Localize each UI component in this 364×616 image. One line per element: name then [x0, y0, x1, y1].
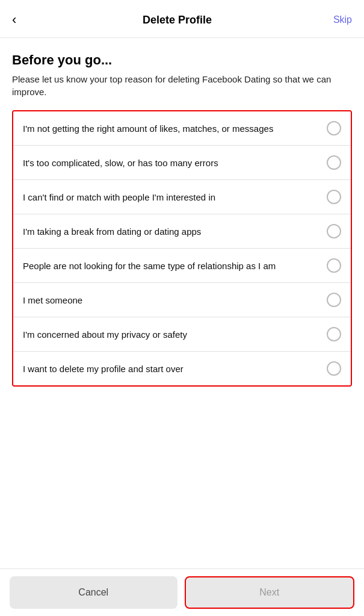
skip-button[interactable]: Skip — [333, 14, 352, 25]
option-text-6: I met someone — [23, 294, 327, 306]
header: ‹ Delete Profile Skip — [0, 0, 364, 38]
footer: Cancel Next — [0, 568, 364, 616]
option-text-7: I'm concerned about my privacy or safety — [23, 328, 327, 341]
option-text-1: I'm not getting the right amount of like… — [23, 122, 327, 135]
radio-circle-1[interactable] — [327, 121, 341, 135]
page-title: Delete Profile — [143, 14, 212, 26]
radio-circle-5[interactable] — [327, 258, 341, 273]
option-item-3[interactable]: I can't find or match with people I'm in… — [13, 180, 351, 214]
option-text-3: I can't find or match with people I'm in… — [23, 191, 327, 204]
cancel-button[interactable]: Cancel — [10, 576, 177, 609]
option-text-2: It's too complicated, slow, or has too m… — [23, 157, 327, 169]
option-item-2[interactable]: It's too complicated, slow, or has too m… — [13, 146, 351, 180]
radio-circle-3[interactable] — [327, 190, 341, 204]
before-heading: Before you go... — [12, 52, 352, 68]
back-button[interactable]: ‹ — [12, 10, 21, 30]
option-item-1[interactable]: I'm not getting the right amount of like… — [13, 111, 351, 146]
next-button[interactable]: Next — [185, 576, 355, 609]
option-item-4[interactable]: I'm taking a break from dating or dating… — [13, 214, 351, 249]
option-text-5: People are not looking for the same type… — [23, 260, 327, 272]
option-item-8[interactable]: I want to delete my profile and start ov… — [13, 352, 351, 385]
main-content: Before you go... Please let us know your… — [0, 38, 364, 387]
radio-circle-2[interactable] — [327, 155, 341, 170]
options-list: I'm not getting the right amount of like… — [12, 110, 352, 387]
radio-circle-8[interactable] — [327, 361, 341, 376]
option-item-5[interactable]: People are not looking for the same type… — [13, 249, 351, 283]
radio-circle-6[interactable] — [327, 293, 341, 307]
option-item-7[interactable]: I'm concerned about my privacy or safety — [13, 317, 351, 352]
option-text-4: I'm taking a break from dating or dating… — [23, 225, 327, 238]
radio-circle-4[interactable] — [327, 224, 341, 238]
option-item-6[interactable]: I met someone — [13, 283, 351, 317]
radio-circle-7[interactable] — [327, 327, 341, 341]
subtext: Please let us know your top reason for d… — [12, 73, 352, 98]
option-text-8: I want to delete my profile and start ov… — [23, 362, 327, 375]
